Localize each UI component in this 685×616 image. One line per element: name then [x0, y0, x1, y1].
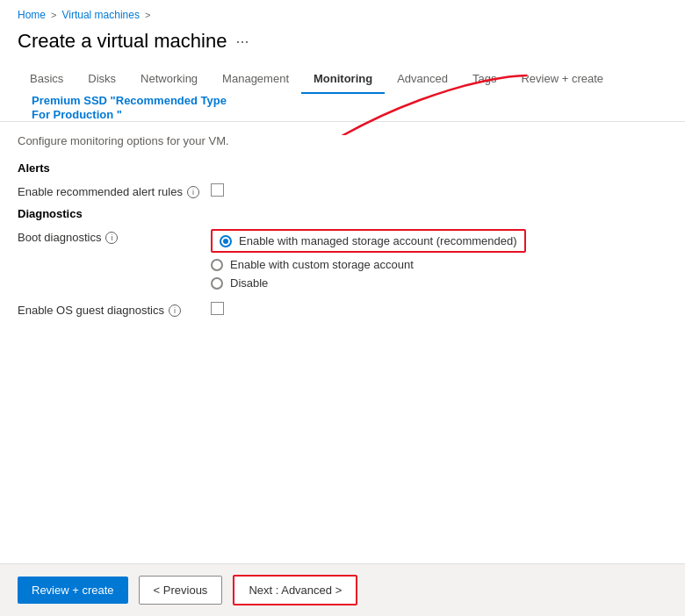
- alert-rules-row: Enable recommended alert rules i: [18, 183, 667, 198]
- footer: Review + create < Previous Next : Advanc…: [0, 563, 685, 616]
- page-subtitle: Configure monitoring options for your VM…: [18, 134, 667, 147]
- tab-monitoring[interactable]: Monitoring: [301, 65, 385, 94]
- boot-diagnostics-info-icon[interactable]: i: [105, 232, 118, 244]
- tab-disks[interactable]: Disks: [76, 65, 128, 94]
- os-guest-diagnostics-label: Enable OS guest diagnostics i: [18, 302, 211, 317]
- page-title: Create a virtual machine: [18, 30, 227, 53]
- boot-diagnostics-managed-radio[interactable]: [220, 235, 232, 247]
- alert-rules-checkbox-wrapper: [211, 183, 224, 197]
- breadcrumb-sep-1: >: [51, 10, 56, 20]
- annotation-text: Premium SSD "Recommended TypeFor Product…: [32, 94, 227, 121]
- main-content: Configure monitoring options for your VM…: [0, 122, 685, 387]
- alert-rules-info-icon[interactable]: i: [187, 186, 199, 198]
- next-advanced-button[interactable]: Next : Advanced >: [233, 575, 357, 605]
- more-options-icon[interactable]: ···: [235, 32, 249, 51]
- boot-diagnostics-managed-option-box: Enable with managed storage account (rec…: [211, 229, 526, 253]
- tab-advanced[interactable]: Advanced: [385, 65, 460, 94]
- os-guest-diagnostics-row: Enable OS guest diagnostics i: [18, 302, 667, 317]
- breadcrumb: Home > Virtual machines >: [0, 0, 685, 26]
- tab-management[interactable]: Management: [210, 65, 301, 94]
- boot-diagnostics-custom-radio[interactable]: [211, 259, 223, 271]
- boot-diagnostics-disable-radio[interactable]: [211, 277, 223, 290]
- alert-rules-checkbox[interactable]: [211, 183, 224, 197]
- diagnostics-section-title: Diagnostics: [18, 207, 667, 220]
- page-title-row: Create a virtual machine ···: [0, 26, 685, 65]
- breadcrumb-home[interactable]: Home: [18, 9, 46, 21]
- os-guest-diagnostics-checkbox[interactable]: [211, 302, 224, 315]
- boot-diagnostics-disable-option[interactable]: Disable: [211, 276, 526, 290]
- alerts-section-title: Alerts: [18, 161, 667, 175]
- tab-tags[interactable]: Tags: [460, 65, 508, 94]
- review-create-button[interactable]: Review + create: [18, 577, 128, 604]
- tab-review-create[interactable]: Review + create: [508, 65, 616, 94]
- alert-rules-control: [211, 183, 224, 197]
- boot-diagnostics-label: Boot diagnostics i: [18, 229, 211, 244]
- os-guest-diagnostics-info-icon[interactable]: i: [169, 304, 181, 317]
- os-guest-diagnostics-control: [211, 302, 224, 315]
- tab-networking[interactable]: Networking: [128, 65, 210, 94]
- boot-diagnostics-row: Boot diagnostics i Enable with managed s…: [18, 229, 667, 290]
- boot-diagnostics-managed-option[interactable]: Enable with managed storage account (rec…: [220, 234, 517, 247]
- previous-button[interactable]: < Previous: [139, 576, 223, 605]
- tabs-list: Basics Disks Networking Management Monit…: [0, 65, 685, 122]
- page-wrapper: Home > Virtual machines > Create a virtu…: [0, 0, 685, 387]
- boot-diagnostics-custom-option[interactable]: Enable with custom storage account: [211, 258, 526, 271]
- breadcrumb-sep-2: >: [145, 10, 150, 20]
- breadcrumb-vms[interactable]: Virtual machines: [61, 9, 140, 21]
- tab-basics[interactable]: Basics: [18, 65, 76, 94]
- os-guest-checkbox-wrapper: [211, 302, 224, 315]
- boot-diagnostics-options: Enable with managed storage account (rec…: [211, 229, 526, 290]
- alert-rules-label: Enable recommended alert rules i: [18, 183, 211, 198]
